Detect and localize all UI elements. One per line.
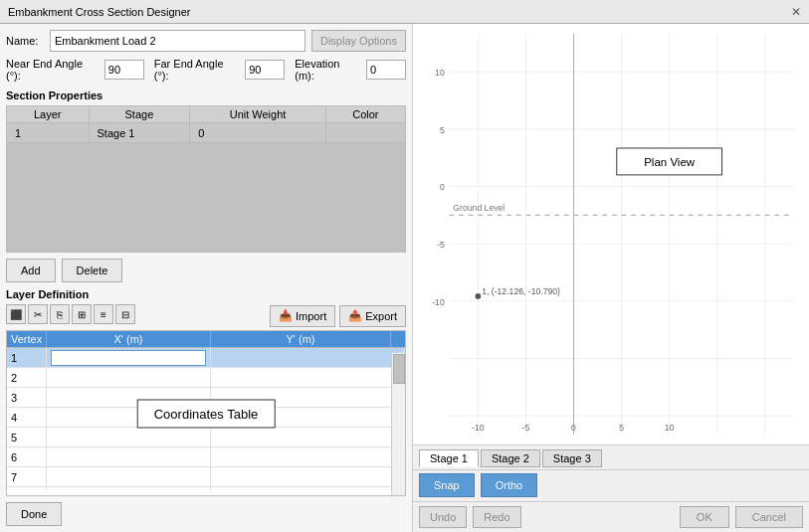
coords-row-6[interactable]: 6: [7, 447, 405, 467]
elevation-input[interactable]: [366, 60, 406, 80]
undo-button[interactable]: Undo: [419, 506, 467, 528]
close-button[interactable]: ✕: [791, 5, 801, 19]
x-cell-8: [47, 487, 211, 490]
vertex-cell-7: 7: [7, 467, 47, 486]
table-row[interactable]: 1 Stage 1 0: [7, 123, 406, 143]
coords-row-4[interactable]: 4: [7, 408, 405, 428]
canvas-area[interactable]: 10 5 0 -5 -10 -10 -5 0 5 10 Ground Level…: [413, 24, 809, 444]
col-unit-weight: Unit Weight: [190, 106, 325, 123]
coords-row-1[interactable]: 1: [7, 348, 405, 368]
y-cell-8: [211, 487, 405, 490]
coords-row-7[interactable]: 7: [7, 467, 405, 487]
coords-rows: 1 2 3 4: [7, 348, 405, 490]
toolbar-row: ⬛ ✂ ⎘ ⊞ ≡ ⊟: [6, 304, 135, 324]
col-header-x: X' (m): [47, 331, 211, 347]
col-header-y: Y' (m): [211, 331, 391, 347]
x-input-1[interactable]: [51, 350, 206, 366]
stage-tab-1[interactable]: Stage 1: [419, 449, 479, 467]
display-options-button[interactable]: Display Options: [311, 30, 406, 52]
snap-ortho-row: Snap Ortho: [413, 469, 809, 501]
stage-tabs: Stage 1 Stage 2 Stage 3: [413, 444, 809, 469]
done-button[interactable]: Done: [6, 502, 62, 526]
toolbar-btn-5[interactable]: ≡: [94, 304, 113, 324]
cell-stage: Stage 1: [89, 123, 190, 143]
scrollbar-track[interactable]: [391, 353, 405, 495]
coords-row-3[interactable]: 3: [7, 388, 405, 408]
vertex-cell-6: 6: [7, 447, 47, 466]
x-cell-7: [47, 467, 211, 486]
col-stage: Stage: [89, 106, 190, 123]
export-icon: 📤: [348, 309, 362, 322]
stage-tab-2[interactable]: Stage 2: [481, 449, 540, 467]
svg-text:1, (-12.126, -10.790): 1, (-12.126, -10.790): [482, 286, 560, 296]
y-cell-6: [211, 447, 405, 466]
section-properties-table: Layer Stage Unit Weight Color 1 Stage 1 …: [6, 105, 406, 143]
cell-unit-weight: 0: [190, 123, 325, 143]
ortho-button[interactable]: Ortho: [481, 473, 538, 497]
name-row: Name: Display Options: [6, 30, 406, 52]
export-button[interactable]: 📤 Export: [339, 305, 406, 327]
y-cell-3: [211, 388, 405, 407]
x-cell-3: [47, 388, 211, 407]
chart-svg: 10 5 0 -5 -10 -10 -5 0 5 10 Ground Level…: [413, 24, 809, 444]
toolbar-btn-3[interactable]: ⎘: [50, 304, 70, 324]
col-layer: Layer: [7, 106, 90, 123]
y-cell-4: [211, 408, 405, 427]
elevation-label: Elevation (m):: [295, 58, 362, 82]
vertex-cell-3: 3: [7, 388, 47, 407]
col-header-vertex: Vertex: [7, 331, 47, 347]
x-cell-6: [47, 447, 211, 466]
x-cell-2: [47, 368, 211, 387]
svg-text:-10: -10: [432, 297, 445, 307]
x-cell-4: [47, 408, 211, 427]
x-cell-1[interactable]: [47, 348, 211, 367]
name-label: Name:: [6, 35, 44, 47]
redo-button[interactable]: Redo: [473, 506, 520, 528]
import-label: Import: [296, 310, 326, 322]
toolbar-btn-1[interactable]: ⬛: [6, 304, 26, 324]
scrollbar-thumb[interactable]: [393, 354, 405, 384]
toolbar-btn-6[interactable]: ⊟: [115, 304, 135, 324]
svg-text:Ground Level: Ground Level: [453, 203, 505, 213]
near-end-angle-input[interactable]: [104, 60, 144, 80]
svg-text:5: 5: [619, 423, 624, 433]
add-button[interactable]: Add: [6, 259, 56, 282]
title-bar: Embankment Cross Section Designer ✕: [0, 0, 809, 24]
svg-text:10: 10: [435, 68, 445, 78]
export-label: Export: [365, 310, 397, 322]
svg-text:-10: -10: [472, 423, 485, 433]
undo-redo-group: Undo Redo: [419, 506, 521, 528]
stage-tab-3[interactable]: Stage 3: [542, 449, 602, 467]
y-cell-7: [211, 467, 405, 486]
ok-button[interactable]: OK: [680, 506, 729, 528]
toolbar-btn-4[interactable]: ⊞: [72, 304, 92, 324]
import-button[interactable]: 📥 Import: [270, 305, 335, 327]
section-empty-area: [6, 143, 406, 253]
vertex-cell-5: 5: [7, 428, 47, 446]
coords-row-5[interactable]: 5: [7, 428, 405, 447]
delete-button[interactable]: Delete: [62, 259, 123, 282]
x-cell-5: [47, 428, 211, 446]
svg-point-27: [475, 293, 481, 299]
toolbar-btn-2[interactable]: ✂: [28, 304, 48, 324]
svg-text:0: 0: [440, 182, 445, 192]
y-cell-5: [211, 428, 405, 446]
snap-button[interactable]: Snap: [419, 473, 475, 497]
title-bar-title: Embankment Cross Section Designer: [8, 6, 190, 18]
right-panel: 10 5 0 -5 -10 -10 -5 0 5 10 Ground Level…: [413, 24, 809, 532]
vertex-cell-8: 8: [7, 487, 47, 490]
coords-row-2[interactable]: 2: [7, 368, 405, 388]
svg-text:5: 5: [440, 125, 445, 135]
svg-text:-5: -5: [522, 423, 530, 433]
name-input[interactable]: [50, 30, 305, 52]
far-end-angle-label: Far End Angle (°):: [154, 58, 241, 82]
far-end-angle-input[interactable]: [245, 60, 285, 80]
col-color: Color: [325, 106, 405, 123]
svg-text:-5: -5: [437, 240, 445, 250]
vertex-cell-4: 4: [7, 408, 47, 427]
near-end-angle-label: Near End Angle (°):: [6, 58, 101, 82]
y-cell-2: [211, 368, 405, 387]
cancel-button[interactable]: Cancel: [735, 506, 803, 528]
coords-row-8[interactable]: 8: [7, 487, 405, 490]
left-panel: Name: Display Options Near End Angle (°)…: [0, 24, 413, 532]
